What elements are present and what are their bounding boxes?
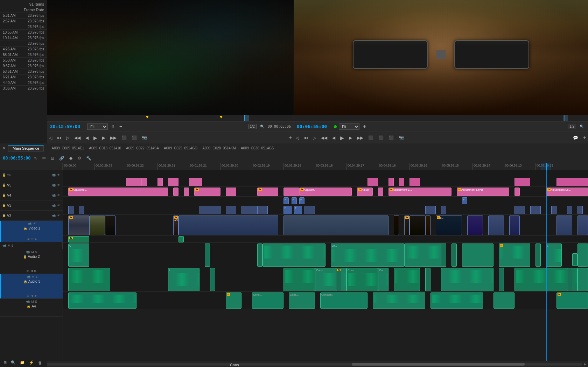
v1-clip-5[interactable]: [178, 216, 278, 235]
v3-clip-2[interactable]: F: [292, 197, 297, 204]
a4-clip-6[interactable]: [373, 292, 425, 309]
v2-clip-1[interactable]: [68, 206, 74, 214]
prog-extract[interactable]: ⬛: [377, 134, 385, 141]
tl-settings[interactable]: ⚙: [76, 155, 83, 161]
v1-clip-9[interactable]: [410, 216, 425, 235]
program-zoom-btn[interactable]: 🔍: [578, 124, 585, 129]
v1-eye-btn[interactable]: 👁: [33, 221, 37, 226]
v4-eye-btn[interactable]: 👁: [57, 193, 61, 197]
v4-adj-14[interactable]: fx Adjustment La...: [546, 188, 588, 196]
a3-clip-1[interactable]: [68, 268, 110, 291]
prog-add-btn[interactable]: +: [581, 134, 588, 142]
tl-scrollbar[interactable]: [6, 363, 582, 366]
a2-clip-1[interactable]: C: [68, 244, 89, 267]
v1-clip-8[interactable]: fx A01: [404, 216, 410, 235]
v2-clip-6[interactable]: [257, 206, 268, 214]
v5-clip-1[interactable]: [126, 178, 142, 186]
tl-razor-tool[interactable]: ✂: [41, 155, 47, 161]
prog-trim[interactable]: ⬛: [387, 134, 396, 141]
a3-clip-13[interactable]: fx: [336, 268, 341, 291]
v2-clip-8[interactable]: F: [294, 206, 302, 214]
project-item-3[interactable]: 10:55 AM23.976 fps: [0, 30, 47, 35]
v1-clip-3[interactable]: [105, 216, 115, 235]
v1-clip-1[interactable]: fx: [68, 216, 89, 235]
a2-clip-13[interactable]: [572, 253, 578, 266]
prog-lift[interactable]: ⬛: [366, 134, 375, 141]
prog-go-next[interactable]: ▶▶: [355, 134, 365, 141]
tl-wrench[interactable]: 🔧: [85, 155, 93, 161]
a2-clip-5[interactable]: Ch...: [331, 244, 404, 267]
v5-clip-6[interactable]: [368, 178, 378, 186]
source-overwrite[interactable]: ⬛: [120, 134, 128, 141]
timeline-close-btn[interactable]: ×: [3, 146, 5, 151]
tl-snap-toggle[interactable]: ⊡: [49, 155, 56, 161]
source-go-next[interactable]: ▶▶: [108, 134, 118, 141]
program-fit-dropdown[interactable]: Fit25%50%100%: [339, 123, 359, 130]
v4-adj-12[interactable]: fx Adjustment Layer: [457, 188, 509, 196]
a3-clip-4[interactable]: [284, 268, 315, 291]
source-prev-edit[interactable]: ⏮: [55, 134, 63, 141]
prog-prev-edit[interactable]: ⏮: [302, 134, 310, 141]
a3-clip-9[interactable]: [441, 268, 493, 291]
a3-sync[interactable]: ⊕: [26, 294, 30, 298]
v4-adj-13[interactable]: [514, 188, 520, 196]
v2-eye-btn[interactable]: 👁: [57, 213, 61, 218]
source-step-fwd[interactable]: ▶: [100, 134, 107, 141]
v1-clip-13[interactable]: [488, 216, 504, 235]
a3-clip-7[interactable]: Co...: [378, 268, 388, 291]
a3-prev[interactable]: ◀: [30, 294, 34, 298]
v4-adj-5[interactable]: [226, 188, 236, 196]
v2-clip-16[interactable]: [578, 206, 583, 214]
project-item-8[interactable]: 5:53 AM23.976 fps: [0, 58, 47, 63]
v2-clip-13[interactable]: [530, 206, 541, 214]
v5-camera-btn[interactable]: 📹: [51, 183, 56, 187]
v2-clip-4[interactable]: [226, 206, 236, 214]
source-go-prev[interactable]: ◀◀: [72, 134, 82, 141]
prog-speech[interactable]: 💬: [571, 134, 580, 141]
source-settings-btn[interactable]: ⚙: [110, 124, 116, 129]
v4-adj-3[interactable]: [184, 188, 189, 196]
a2-clip-7[interactable]: [451, 244, 457, 267]
v4-adj-1[interactable]: fx Adjustme...: [68, 188, 168, 196]
a3-clip-3[interactable]: [210, 268, 215, 291]
v5-eye-btn[interactable]: 👁: [57, 183, 61, 187]
a2-sync[interactable]: ⊕: [26, 269, 29, 273]
project-item-2[interactable]: 23.976 fps: [0, 24, 47, 30]
project-item-12[interactable]: 4:40 AM23.976 fps: [0, 80, 47, 86]
v4-adj-10[interactable]: [378, 188, 383, 196]
project-item-7[interactable]: 58:01 AM23.976 fps: [0, 52, 47, 58]
project-item-1[interactable]: 2:57 AM23.976 fps: [0, 19, 47, 24]
source-zoom-btn[interactable]: 🔍: [259, 124, 266, 129]
project-item-10[interactable]: 53:51 AM23.976 fps: [0, 69, 47, 75]
v2-clip-2[interactable]: [79, 206, 84, 214]
v2-clip-9[interactable]: [304, 206, 315, 214]
prog-play[interactable]: ▶: [338, 134, 346, 142]
v3-clip-4[interactable]: F: [462, 197, 467, 204]
v5-clip-2[interactable]: [142, 178, 147, 186]
program-settings-btn[interactable]: ⚙: [362, 124, 368, 129]
tl-select-tool[interactable]: ↖: [33, 155, 39, 161]
a2-clip-2[interactable]: [205, 244, 210, 267]
a2-clip-8[interactable]: [462, 244, 493, 267]
v5-clip-4[interactable]: [168, 178, 178, 186]
source-add-btn[interactable]: +: [287, 134, 294, 142]
a4-clip-7[interactable]: [430, 292, 483, 309]
v1-clip-10[interactable]: [425, 216, 430, 235]
v6-camera-btn[interactable]: 📹: [51, 173, 56, 177]
v2-clip-15[interactable]: [567, 206, 572, 214]
a2-clip-14[interactable]: [578, 244, 588, 267]
project-item-13[interactable]: 3:36 AM23.976 fps: [0, 86, 47, 91]
a4-clip-5[interactable]: Constant: [320, 292, 368, 309]
v4-adj-2[interactable]: [173, 188, 178, 196]
a4-clip-9[interactable]: fx: [556, 292, 588, 309]
source-scrubbar[interactable]: [47, 115, 294, 121]
v1-sync-btn[interactable]: ◇: [30, 237, 34, 241]
v6-eye-btn[interactable]: 👁: [57, 173, 61, 177]
v4-camera-btn[interactable]: 📹: [51, 193, 56, 197]
prog-mark-out[interactable]: ▷: [311, 134, 318, 141]
v2-clip-10[interactable]: [425, 206, 436, 214]
source-extract-btn[interactable]: ⬌: [118, 124, 124, 129]
a2-clip-11[interactable]: [536, 244, 541, 267]
v3-clip-1[interactable]: F: [284, 197, 289, 204]
a3-next[interactable]: ▶: [34, 294, 37, 298]
